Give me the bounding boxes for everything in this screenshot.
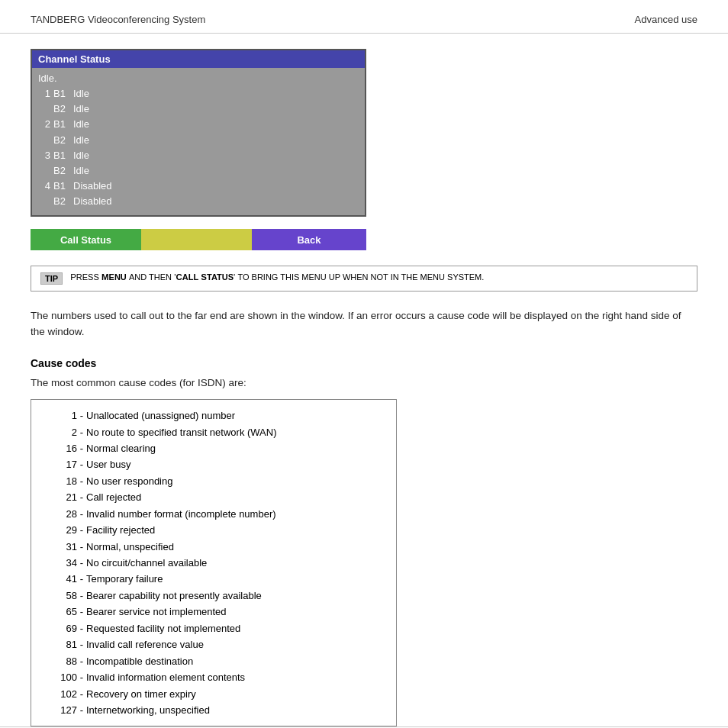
cause-row: 31 - Normal, unspecified	[43, 539, 384, 555]
cause-num: 2 -	[43, 424, 86, 440]
tip-press: PRESS MENU AND THEN 'CALL STATUS' TO BRI…	[70, 272, 484, 282]
cause-row: 102 - Recovery on timer expiry	[43, 686, 384, 702]
cause-desc: Invalid call reference value	[86, 636, 384, 652]
channel-b: B1	[53, 117, 70, 132]
channel-row: 2 B1 Idle	[38, 117, 359, 132]
cause-desc: No route to specified transit network (W…	[86, 424, 384, 440]
channel-row: 4 B1 Disabled	[38, 179, 359, 194]
channel-status-value: Disabled	[73, 194, 112, 209]
channel-row: B2 Idle	[38, 101, 359, 117]
cause-codes-table: 1 - Unallocated (unassigned) number 2 - …	[31, 399, 397, 726]
main-content: Channel Status Idle. 1 B1 Idle B2 Idle 2…	[0, 34, 728, 728]
cause-row: 1 - Unallocated (unassigned) number	[43, 407, 384, 424]
channel-row: 3 B1 Idle	[38, 148, 359, 163]
cause-row: 21 - Call rejected	[43, 489, 384, 505]
cause-desc: No circuit/channel available	[86, 555, 384, 571]
cause-num: 29 -	[43, 522, 86, 538]
cause-row: 29 - Facility rejected	[43, 522, 384, 538]
cause-num: 16 -	[43, 440, 86, 456]
cause-num: 31 -	[43, 539, 86, 555]
channel-num	[38, 194, 50, 209]
cause-desc: Requested facility not implemented	[86, 620, 384, 636]
cause-num: 28 -	[43, 506, 86, 522]
cause-row: 65 - Bearer service not implemented	[43, 604, 384, 620]
channel-b: B2	[53, 163, 70, 179]
cause-num: 34 -	[43, 555, 86, 571]
ui-buttons-row: Call Status Back	[31, 229, 366, 250]
back-button[interactable]: Back	[252, 229, 366, 250]
cause-desc: User busy	[86, 456, 384, 472]
channel-status-value: Idle	[73, 86, 89, 101]
cause-row: 88 - Incompatible destination	[43, 653, 384, 669]
channel-status-value: Idle	[73, 117, 89, 132]
channel-num: 4	[38, 179, 50, 194]
cause-row: 34 - No circuit/channel available	[43, 555, 384, 571]
channel-num: 2	[38, 117, 50, 132]
cause-row: 41 - Temporary failure	[43, 571, 384, 587]
channel-row: B2 Disabled	[38, 194, 359, 209]
cause-desc: Normal, unspecified	[86, 539, 384, 555]
cause-desc: No user responding	[86, 473, 384, 489]
channel-status-body: Idle. 1 B1 Idle B2 Idle 2 B1 Idle B2 Idl…	[32, 68, 365, 215]
cause-num: 58 -	[43, 588, 86, 604]
cause-desc: Bearer capability not presently availabl…	[86, 588, 384, 604]
header-left: TANDBERG Videoconferencing System	[31, 14, 205, 25]
cause-row: 58 - Bearer capability not presently ava…	[43, 588, 384, 604]
cause-desc: Invalid information element contents	[86, 669, 384, 685]
channel-status-title: Channel Status	[32, 50, 365, 68]
channel-row: B2 Idle	[38, 133, 359, 148]
channel-b: B2	[53, 101, 70, 117]
cause-num: 1 -	[43, 407, 86, 424]
cause-num: 102 -	[43, 686, 86, 702]
header-right: Advanced use	[635, 14, 697, 25]
cause-codes-heading: Cause codes	[31, 357, 697, 369]
cause-num: 69 -	[43, 620, 86, 636]
cause-codes-intro: The most common cause codes (for ISDN) a…	[31, 377, 697, 388]
channel-num	[38, 133, 50, 148]
channel-b: B1	[53, 148, 70, 163]
call-status-button[interactable]: Call Status	[31, 229, 141, 250]
channel-status-value: Idle	[73, 101, 89, 117]
cause-num: 41 -	[43, 571, 86, 587]
channel-status-box: Channel Status Idle. 1 B1 Idle B2 Idle 2…	[31, 49, 366, 217]
channel-status-value: Idle	[73, 148, 89, 163]
cause-num: 88 -	[43, 653, 86, 669]
cause-num: 100 -	[43, 669, 86, 685]
channel-status-value: Idle	[73, 163, 89, 179]
cause-row: 16 - Normal clearing	[43, 440, 384, 456]
body-text: The numbers used to call out to the far …	[31, 308, 697, 340]
empty-button	[141, 229, 252, 250]
cause-row: 69 - Requested facility not implemented	[43, 620, 384, 636]
cause-desc: Facility rejected	[86, 522, 384, 538]
cause-desc: Call rejected	[86, 489, 384, 505]
channel-b: B2	[53, 133, 70, 148]
cause-desc: Recovery on timer expiry	[86, 686, 384, 702]
channel-row: B2 Idle	[38, 163, 359, 179]
cause-desc: Invalid number format (incomplete number…	[86, 506, 384, 522]
cause-row: 81 - Invalid call reference value	[43, 636, 384, 652]
channel-b: B1	[53, 86, 70, 101]
cause-desc: Internetworking, unspecified	[86, 702, 384, 718]
channel-status-value: Idle	[73, 133, 89, 148]
channel-b: B1	[53, 179, 70, 194]
cause-row: 2 - No route to specified transit networ…	[43, 424, 384, 440]
cause-num: 81 -	[43, 636, 86, 652]
cause-row: 17 - User busy	[43, 456, 384, 472]
cause-desc: Incompatible destination	[86, 653, 384, 669]
cause-desc: Normal clearing	[86, 440, 384, 456]
cause-num: 127 -	[43, 702, 86, 718]
channel-row: 1 B1 Idle	[38, 86, 359, 101]
channel-num	[38, 163, 50, 179]
channel-status-value: Disabled	[73, 179, 112, 194]
channel-num: 3	[38, 148, 50, 163]
page-header: TANDBERG Videoconferencing System Advanc…	[0, 0, 728, 34]
channel-b: B2	[53, 194, 70, 209]
cause-rows: 1 - Unallocated (unassigned) number 2 - …	[43, 407, 384, 718]
cause-desc: Bearer service not implemented	[86, 604, 384, 620]
cause-row: 100 - Invalid information element conten…	[43, 669, 384, 685]
tip-box: TIP PRESS MENU AND THEN 'CALL STATUS' TO…	[31, 266, 697, 292]
channel-num	[38, 101, 50, 117]
tip-text: PRESS MENU AND THEN 'CALL STATUS' TO BRI…	[70, 272, 484, 282]
idle-line: Idle.	[38, 71, 359, 86]
tip-label: TIP	[40, 272, 63, 285]
